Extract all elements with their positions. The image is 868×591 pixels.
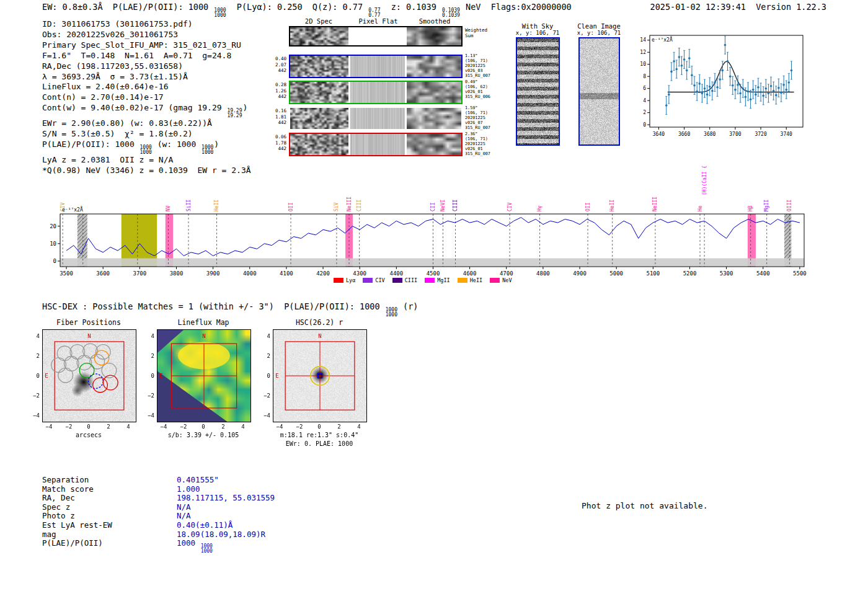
svg-text:5000: 5000	[609, 270, 623, 277]
clean-image-title: Clean Image	[577, 22, 621, 30]
legend-swatch	[458, 278, 467, 283]
elixer-report: EW: 0.8±0.3Å P(LAE)/P(OII): 1000 1000100…	[0, 0, 868, 591]
info-line: λ = 3693.29Å σ = 3.73(±1.15)Å	[42, 72, 251, 82]
spectrum-legend: LyαCIVCIIIMgIIHeIINeV	[334, 277, 512, 283]
axis-tick-label: 0	[27, 373, 40, 379]
svg-text:e⁻¹⁷x2Å: e⁻¹⁷x2Å	[62, 206, 83, 213]
match-table-row: Match score1.000	[42, 485, 275, 494]
spec2d-row-2dspec-image	[290, 108, 348, 129]
weighted-sum-strip	[289, 26, 463, 47]
axis-tick-label: 2	[27, 353, 40, 359]
spec2d-row-left-labels: 0.281.26442	[270, 82, 286, 100]
col-header-2dspec: 2D Spec	[305, 17, 332, 25]
axis-tick-label: −2	[180, 424, 187, 430]
svg-text:6: 6	[643, 86, 646, 91]
match-table-row: Separation0.401555"	[42, 476, 275, 485]
svg-text:(H)(CaII {: (H)(CaII {	[702, 166, 707, 195]
spec2d-row-annotation: 0.49"(106, 62)v026_01315_RU_006	[465, 79, 490, 99]
hsc-cutout-title: HSC(26.2) r	[296, 318, 343, 327]
withsky-xy-label: x, y: 106, 71	[516, 30, 559, 36]
legend-label: CIII	[405, 277, 417, 283]
svg-text:3740: 3740	[781, 131, 792, 137]
svg-text:4300: 4300	[353, 270, 366, 277]
match-table-row: Est LyA rest-EW0.40(±0.11)Å	[42, 521, 275, 530]
svg-text:4900: 4900	[573, 270, 587, 277]
info-line: Cont(n) = 2.70(±0.14)e-17	[42, 92, 251, 103]
stacked-fraction: 10001000	[386, 308, 397, 318]
match-table-value: 18.09(18.09,18.09)R	[177, 530, 265, 539]
match-table-row: P(LAE)/P(OII)1000 10001000	[42, 539, 275, 554]
svg-text:4: 4	[643, 98, 646, 104]
clean-image-xy-label: x, y: 106, 71	[577, 30, 621, 36]
svg-text:3680: 3680	[704, 131, 715, 137]
stacked-fraction: 0.10390.1039	[442, 8, 460, 18]
stacked-fraction: 10001000	[140, 145, 152, 155]
weighted-sum-label: Weighted Sum	[465, 27, 497, 38]
svg-text:3720: 3720	[755, 131, 766, 137]
svg-text:0: 0	[53, 258, 56, 264]
axis-tick-label: 2	[337, 424, 340, 430]
spec2d-row-annotation: 1.59"(106, 71)20201225v026_07315_RU_007	[465, 105, 490, 130]
svg-text:Hγ: Hγ	[537, 205, 542, 211]
svg-text:10: 10	[640, 61, 646, 67]
col-header-smoothed: Smoothed	[419, 17, 451, 25]
svg-text:SiII: SiII	[186, 200, 192, 211]
svg-text:CIV: CIV	[507, 202, 513, 211]
match-table-value: 198.117115, 55.031559	[177, 493, 275, 502]
spec2d-row-smoothed-image	[407, 56, 461, 77]
axis-tick-label: −2	[66, 424, 73, 430]
svg-text:E: E	[275, 373, 278, 379]
fiber-positions-overlay: NE	[43, 330, 136, 422]
svg-text:14: 14	[640, 37, 646, 43]
svg-text:NeVI: NeVI	[440, 200, 446, 211]
spec2d-row-strip	[289, 133, 463, 156]
info-line: Cont(w) = 9.40(±0.02)e-17 (gmag 19.29 19…	[42, 103, 251, 118]
svg-text:HeII: HeII	[609, 200, 615, 211]
photz-note: Phot z plot not available.	[582, 501, 708, 510]
legend-item: MgII	[425, 277, 450, 283]
stacked-fraction: 10001000	[202, 145, 213, 155]
svg-text:3640: 3640	[653, 131, 665, 137]
match-table-row: Photo zN/A	[42, 512, 275, 521]
spec2d-row-2dspec-image	[290, 134, 348, 155]
fiber-xaxis-label: arcsecs	[76, 432, 102, 438]
svg-text:12: 12	[640, 50, 646, 55]
axis-tick-label: 0	[258, 373, 270, 379]
spec2d-row-smoothed-image	[407, 108, 461, 129]
spec2d-row-annotation: 1.13"(106, 71)20201225v026_03315_RU_007	[465, 53, 490, 78]
svg-text:N: N	[87, 333, 91, 339]
legend-swatch	[363, 278, 373, 283]
svg-text:20: 20	[50, 223, 56, 229]
svg-text:NeIII: NeIII	[652, 197, 658, 211]
info-line: S/N = 5.3(±0.5) χ² = 1.8(±0.2)	[42, 129, 251, 140]
axis-tick-label: 0	[317, 424, 321, 430]
axis-tick-label: 4	[241, 424, 244, 430]
match-table-value: 1.000	[177, 484, 200, 494]
legend-label: MgII	[437, 277, 450, 283]
svg-text:4500: 4500	[427, 270, 440, 277]
svg-text:2: 2	[643, 110, 646, 115]
axis-tick-label: 4	[126, 424, 130, 430]
withsky-title: With Sky	[522, 22, 554, 30]
match-table-label: P(LAE)/P(OII)	[42, 539, 177, 548]
svg-text:0: 0	[643, 122, 646, 128]
legend-item: Lyα	[334, 277, 355, 283]
svg-text:4400: 4400	[389, 270, 403, 277]
svg-text:3660: 3660	[678, 131, 690, 137]
spec2d-row-pixelflat-image	[350, 56, 405, 77]
svg-text:5400: 5400	[756, 270, 770, 277]
svg-text:CII: CII	[430, 202, 436, 211]
header-summary: EW: 0.8±0.3Å P(LAE)/P(OII): 1000 1000100…	[42, 2, 572, 18]
axis-tick-label: −4	[277, 424, 283, 430]
axis-tick-label: −2	[296, 424, 303, 430]
legend-swatch	[490, 278, 500, 283]
axis-tick-label: 0	[142, 373, 154, 379]
axis-tick-label: 2	[142, 353, 154, 359]
info-line: P(LAE)/P(OII): 1000 10001000 (w: 1000 10…	[42, 140, 251, 155]
svg-text:4100: 4100	[280, 270, 293, 277]
spec2d-row-left-labels: 0.402.07442	[270, 56, 286, 74]
axis-tick-label: −2	[258, 393, 270, 399]
svg-text:3900: 3900	[206, 270, 220, 277]
match-table-value: 1000 10001000	[177, 538, 213, 548]
legend-label: CIV	[375, 277, 384, 283]
